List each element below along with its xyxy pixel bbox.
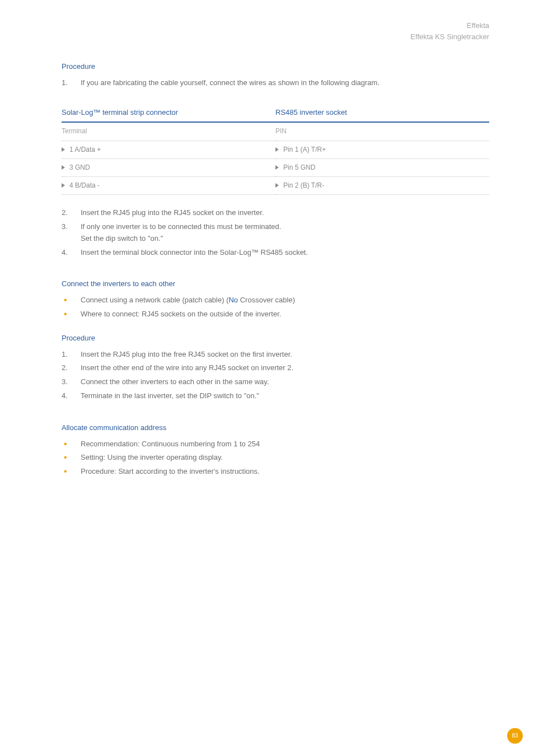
table-row: 1 A/Data + — [62, 141, 275, 158]
table-row: Pin 2 (B) T/R- — [275, 176, 489, 194]
table-row: 4 B/Data - — [62, 176, 275, 194]
emph: No — [228, 296, 238, 304]
cell-text: Pin 2 (B) T/R- — [283, 181, 324, 189]
list-item: Insert the other end of the wire into an… — [62, 362, 489, 374]
procedure1b-list: Insert the RJ45 plug into the RJ45 socke… — [62, 207, 489, 258]
list-item: Insert the RJ45 plug into the free RJ45 … — [62, 349, 489, 361]
header-line2: Effekta KS Singletracker — [62, 31, 489, 43]
table-row: Pin 5 GND — [275, 158, 489, 176]
list-item: Procedure: Start according to the invert… — [62, 466, 489, 478]
table-sub1: Terminal — [62, 122, 275, 141]
wiring-table: Solar-Log™ terminal strip connector RS48… — [62, 104, 489, 195]
procedure1-title: Procedure — [62, 61, 489, 73]
procedure1-list: If you are fabricating the cable yoursel… — [62, 77, 489, 89]
list-item: Insert the RJ45 plug into the RJ45 socke… — [62, 207, 489, 219]
triangle-icon — [62, 183, 65, 188]
table-row: Pin 1 (A) T/R+ — [275, 141, 489, 158]
page-number-badge: 83 — [507, 728, 523, 744]
list-item: If you are fabricating the cable yoursel… — [62, 77, 489, 89]
cell-text: Pin 1 (A) T/R+ — [283, 146, 326, 153]
triangle-icon — [62, 147, 65, 152]
cell-text: 4 B/Data - — [69, 181, 100, 189]
procedure2-title: Procedure — [62, 333, 489, 344]
triangle-icon — [275, 165, 279, 170]
cell-text: 1 A/Data + — [69, 146, 101, 153]
table-col1-title: Solar-Log™ terminal strip connector — [62, 104, 275, 123]
table-sub2: PIN — [275, 122, 489, 141]
procedure2-list: Insert the RJ45 plug into the free RJ45 … — [62, 349, 489, 402]
allocate-bullets: Recommendation: Continuous numbering fro… — [62, 438, 489, 478]
table-col2-title: RS485 inverter socket — [275, 104, 489, 123]
list-item: Connect using a network cable (patch cab… — [62, 295, 489, 306]
allocate-title: Allocate communication address — [62, 422, 489, 434]
cell-text: Pin 5 GND — [283, 164, 315, 171]
triangle-icon — [275, 147, 279, 152]
header-line1: Effekta — [62, 20, 489, 31]
triangle-icon — [62, 165, 65, 170]
list-item: Insert the terminal block connector into… — [62, 247, 489, 259]
cell-text: 3 GND — [69, 164, 90, 171]
table-row: 3 GND — [62, 158, 275, 176]
triangle-icon — [275, 183, 279, 188]
list-item: Connect the other inverters to each othe… — [62, 376, 489, 388]
connect-bullets: Connect using a network cable (patch cab… — [62, 295, 489, 320]
list-item: Where to connect: RJ45 sockets on the ou… — [62, 309, 489, 320]
list-item: Setting: Using the inverter operating di… — [62, 452, 489, 464]
list-item: If only one inverter is to be connected … — [62, 221, 489, 245]
connect-title: Connect the inverters to each other — [62, 278, 489, 290]
page-header: Effekta Effekta KS Singletracker — [62, 20, 489, 42]
list-item: Terminate in the last inverter, set the … — [62, 390, 489, 402]
list-item: Recommendation: Continuous numbering fro… — [62, 438, 489, 450]
